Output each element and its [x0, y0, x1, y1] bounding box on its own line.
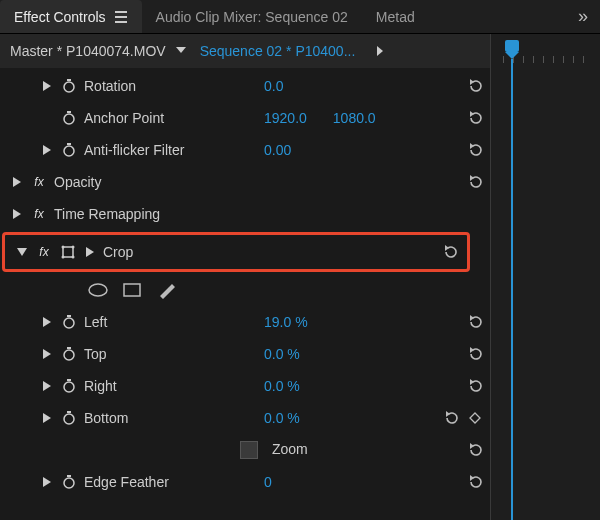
crop-top-value[interactable]: 0.0 % — [264, 346, 300, 362]
stopwatch-icon[interactable] — [60, 79, 78, 93]
anchor-y-value[interactable]: 1080.0 — [333, 110, 376, 126]
mask-pen-button[interactable] — [154, 280, 178, 300]
svg-marker-35 — [470, 379, 474, 385]
reset-opacity[interactable] — [466, 173, 484, 191]
svg-marker-11 — [13, 177, 21, 187]
svg-rect-15 — [63, 247, 73, 257]
stopwatch-icon[interactable] — [60, 379, 78, 393]
effect-row-time-remapping: fx Time Remapping — [0, 198, 492, 230]
svg-marker-40 — [470, 413, 480, 423]
svg-marker-24 — [43, 317, 51, 327]
twirl-timeremap[interactable] — [10, 207, 24, 221]
reset-crop[interactable] — [441, 243, 459, 261]
play-icon[interactable] — [377, 46, 383, 56]
twirl-edgefeather[interactable] — [40, 475, 54, 489]
playhead[interactable] — [505, 40, 519, 59]
chevron-down-icon[interactable] — [176, 47, 186, 53]
antiflicker-label: Anti-flicker Filter — [84, 142, 184, 158]
antiflicker-value[interactable]: 0.00 — [264, 142, 291, 158]
tab-metadata[interactable]: Metad — [362, 0, 429, 33]
tab-effect-controls[interactable]: Effect Controls — [0, 0, 142, 33]
edgefeather-value[interactable]: 0 — [264, 474, 272, 490]
svg-point-19 — [72, 256, 75, 259]
crop-zoom-label: Zoom — [272, 441, 308, 459]
svg-point-8 — [64, 146, 74, 156]
effect-timeline[interactable] — [490, 34, 600, 520]
effect-row-crop-highlight: fx Crop — [2, 232, 470, 272]
mask-ellipse-button[interactable] — [86, 280, 110, 300]
reset-crop-top[interactable] — [466, 345, 484, 363]
fx-badge-icon[interactable]: fx — [35, 245, 53, 259]
fx-badge-icon[interactable]: fx — [30, 175, 48, 189]
svg-rect-2 — [67, 79, 71, 81]
tab-overflow-button[interactable]: » — [566, 0, 600, 33]
fx-badge-icon[interactable]: fx — [30, 207, 48, 221]
tab-audio-mixer-label: Audio Clip Mixer: Sequence 02 — [156, 9, 348, 25]
svg-point-18 — [62, 256, 65, 259]
twirl-crop-bottom[interactable] — [40, 411, 54, 425]
twirl-opacity[interactable] — [10, 175, 24, 189]
svg-rect-44 — [67, 475, 71, 477]
sequence-clip-selector[interactable]: Sequence 02 * P10400... — [200, 43, 356, 59]
svg-marker-45 — [470, 475, 474, 481]
crop-bottom-value[interactable]: 0.0 % — [264, 410, 300, 426]
rotation-value[interactable]: 0.0 — [264, 78, 283, 94]
svg-rect-5 — [67, 111, 71, 113]
property-row-crop-right: Right 0.0 % — [0, 370, 492, 402]
stopwatch-icon[interactable] — [60, 347, 78, 361]
stopwatch-icon[interactable] — [60, 475, 78, 489]
reset-antiflicker[interactable] — [466, 141, 484, 159]
stopwatch-icon[interactable] — [60, 143, 78, 157]
panel-menu-icon[interactable] — [114, 11, 128, 23]
reset-crop-bottom[interactable] — [442, 409, 460, 427]
svg-point-33 — [64, 382, 74, 392]
reset-crop-right[interactable] — [466, 377, 484, 395]
reset-crop-left[interactable] — [466, 313, 484, 331]
twirl-crop-top[interactable] — [40, 347, 54, 361]
crop-right-value[interactable]: 0.0 % — [264, 378, 300, 394]
tab-audio-clip-mixer[interactable]: Audio Clip Mixer: Sequence 02 — [142, 0, 362, 33]
effect-row-crop[interactable]: fx Crop — [5, 235, 467, 269]
stopwatch-icon[interactable] — [60, 315, 78, 329]
reset-rotation[interactable] — [466, 77, 484, 95]
tab-metadata-label: Metad — [376, 9, 415, 25]
svg-rect-26 — [67, 315, 71, 317]
master-clip-label: Master * P1040074.MOV — [10, 43, 166, 59]
keyframe-nav-crop-bottom[interactable] — [466, 409, 484, 427]
panel-tab-bar: Effect Controls Audio Clip Mixer: Sequen… — [0, 0, 600, 34]
crop-bottom-label: Bottom — [84, 410, 128, 426]
property-row-edge-feather: Edge Feather 0 — [0, 466, 492, 498]
crop-direct-manip-icon[interactable] — [59, 244, 77, 260]
svg-marker-41 — [470, 443, 474, 449]
svg-marker-6 — [470, 111, 474, 117]
crop-left-value[interactable]: 19.0 % — [264, 314, 308, 330]
twirl-crop[interactable] — [15, 245, 29, 259]
mask-rectangle-button[interactable] — [120, 280, 144, 300]
reset-crop-zoom[interactable] — [466, 441, 484, 459]
crop-label: Crop — [103, 244, 133, 260]
stopwatch-icon[interactable] — [60, 411, 78, 425]
reset-edgefeather[interactable] — [466, 473, 484, 491]
master-clip-selector[interactable]: Master * P1040074.MOV — [10, 43, 166, 59]
svg-marker-0 — [43, 81, 51, 91]
svg-rect-30 — [67, 347, 71, 349]
crop-zoom-checkbox[interactable] — [240, 441, 258, 459]
anchor-x-value[interactable]: 1920.0 — [264, 110, 307, 126]
property-row-rotation: Rotation 0.0 — [0, 70, 492, 102]
twirl-rotation[interactable] — [40, 79, 54, 93]
direct-manip-toggle[interactable] — [83, 245, 97, 259]
reset-anchor[interactable] — [466, 109, 484, 127]
property-row-antiflicker: Anti-flicker Filter 0.00 — [0, 134, 492, 166]
svg-point-1 — [64, 82, 74, 92]
svg-marker-7 — [43, 145, 51, 155]
svg-rect-38 — [67, 411, 71, 413]
svg-marker-12 — [470, 175, 474, 181]
property-row-crop-bottom: Bottom 0.0 % — [0, 402, 492, 434]
twirl-crop-right[interactable] — [40, 379, 54, 393]
stopwatch-icon[interactable] — [60, 111, 78, 125]
svg-marker-27 — [470, 315, 474, 321]
twirl-crop-left[interactable] — [40, 315, 54, 329]
crop-mask-shapes — [0, 274, 492, 306]
twirl-antiflicker[interactable] — [40, 143, 54, 157]
property-row-crop-left: Left 19.0 % — [0, 306, 492, 338]
